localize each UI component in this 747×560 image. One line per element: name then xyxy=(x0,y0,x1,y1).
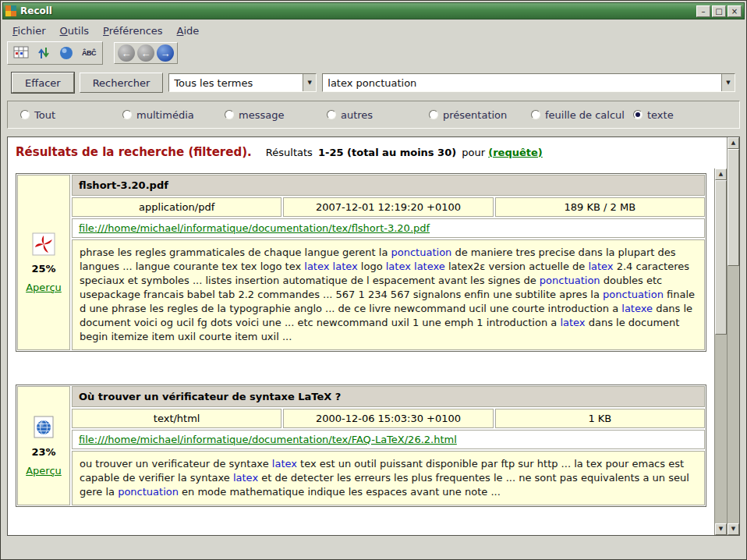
filter-label: autres xyxy=(341,109,373,121)
first-page-button[interactable]: ← xyxy=(118,44,135,62)
result-title: Où trouver un vérificateur de syntaxe La… xyxy=(72,386,705,407)
query-value: latex ponctuation xyxy=(327,77,718,89)
scroll-down-icon[interactable]: ▼ xyxy=(728,523,739,535)
result-mime: application/pdf xyxy=(72,197,281,217)
scroll-down-icon[interactable]: ▼ xyxy=(715,523,727,535)
filetype-filter-bar: Tout multimédia message autres présentat… xyxy=(7,101,740,129)
query-input[interactable]: latex ponctuation ▼ xyxy=(322,73,735,92)
term-explorer-button[interactable]: ÂBĈ xyxy=(79,44,99,62)
toolbar-nav-group: ← ← → xyxy=(114,42,178,64)
titlebar[interactable]: Recoll – □ × xyxy=(2,2,745,19)
table-eraser-icon xyxy=(13,46,29,60)
results-heading: Résultats de la recherche (filtered). xyxy=(16,145,252,159)
filter-multimedia[interactable]: multimédia xyxy=(122,109,225,121)
filter-label: présentation xyxy=(443,109,507,121)
menu-aide[interactable]: Aide xyxy=(170,23,207,39)
result-url-link[interactable]: file:///home/michael/informatique/docume… xyxy=(79,434,457,445)
filter-presentation[interactable]: présentation xyxy=(429,109,531,121)
menu-outils[interactable]: Outils xyxy=(53,23,97,39)
recoll-app-icon xyxy=(5,5,16,16)
filter-label: message xyxy=(239,109,284,121)
result-title: flshort-3.20.pdf xyxy=(72,175,705,196)
result-url-link[interactable]: file:///home/michael/informatique/docume… xyxy=(79,222,430,234)
toolbar: ÂBĈ ← ← → xyxy=(1,40,746,66)
results-list: 25% Aperçu flshort-3.20.pdf application/… xyxy=(9,168,713,533)
spellcheck-abc-icon: ÂBĈ xyxy=(82,49,96,57)
recoll-window: Recoll – □ × Fichier Outils Préférences … xyxy=(0,0,747,560)
radio-icon[interactable] xyxy=(633,110,643,119)
clear-button[interactable]: Effacer xyxy=(12,73,74,93)
filter-label: Tout xyxy=(34,109,55,121)
previous-page-button[interactable]: ← xyxy=(137,44,154,62)
scroll-up-icon[interactable]: ▲ xyxy=(728,137,739,149)
radio-icon[interactable] xyxy=(429,110,438,119)
filter-feuille-de-calcul[interactable]: feuille de calcul xyxy=(531,109,633,121)
scroll-up-icon[interactable]: ▲ xyxy=(715,168,727,180)
search-mode-value: Tous les termes xyxy=(174,77,299,89)
filter-tout[interactable]: Tout xyxy=(20,109,122,121)
radio-icon[interactable] xyxy=(531,110,540,119)
chevron-down-icon[interactable]: ▼ xyxy=(721,74,735,91)
search-button[interactable]: Rechercher xyxy=(80,73,164,93)
results-list-scrollbar[interactable]: ▲ ▼ xyxy=(714,168,727,535)
toolbar-main-group: ÂBĈ xyxy=(7,41,103,65)
filter-label: feuille de calcul xyxy=(545,109,625,121)
scrollbar-track[interactable] xyxy=(715,180,727,523)
menu-fichier[interactable]: Fichier xyxy=(5,23,53,39)
result-side-panel: 25% Aperçu xyxy=(17,175,70,350)
menu-preferences[interactable]: Préférences xyxy=(96,23,169,39)
radio-icon[interactable] xyxy=(122,110,132,119)
update-index-button[interactable] xyxy=(34,44,54,62)
preview-link[interactable]: Aperçu xyxy=(26,465,62,477)
result-snippet: phrase les regles grammaticales de chaqu… xyxy=(72,239,705,350)
filter-autres[interactable]: autres xyxy=(327,109,429,121)
relevance-percent: 23% xyxy=(31,446,55,458)
preview-link[interactable]: Aperçu xyxy=(26,282,62,293)
html-globe-icon xyxy=(32,416,55,439)
relevance-percent: 25% xyxy=(31,263,55,275)
summary-range: 1-25 (total au moins 30) xyxy=(318,147,456,158)
close-button[interactable]: × xyxy=(728,5,742,17)
next-page-button[interactable]: → xyxy=(157,44,174,62)
radio-icon[interactable] xyxy=(225,110,234,119)
result-item: 23% Aperçu Où trouver un vérificateur de… xyxy=(16,385,706,507)
scrollbar-track[interactable] xyxy=(728,149,739,523)
scrollbar-thumb[interactable] xyxy=(715,180,727,335)
result-item: 25% Aperçu flshort-3.20.pdf application/… xyxy=(16,173,706,352)
summary-pour: pour xyxy=(462,147,485,158)
results-summary: Résultats 1-25 (total au moins 30) pour … xyxy=(266,147,543,158)
result-url-row: file:///home/michael/informatique/docume… xyxy=(72,218,705,238)
result-size: 1 KB xyxy=(495,409,705,428)
summary-prefix: Résultats xyxy=(266,147,313,158)
clear-table-button[interactable] xyxy=(11,44,31,62)
search-bar: Effacer Rechercher Tous les termes ▼ lat… xyxy=(12,72,735,94)
result-side-panel: 23% Aperçu xyxy=(17,386,70,505)
result-date: 2000-12-06 15:03:30 +0100 xyxy=(283,409,493,428)
filter-label: multimédia xyxy=(136,109,194,121)
filter-message[interactable]: message xyxy=(225,109,327,121)
sort-button[interactable] xyxy=(56,44,76,62)
radio-icon[interactable] xyxy=(20,110,30,119)
results-header: Résultats de la recherche (filtered). Ré… xyxy=(8,137,727,168)
search-mode-select[interactable]: Tous les termes ▼ xyxy=(168,73,317,92)
result-url-row: file:///home/michael/informatique/docume… xyxy=(72,430,705,449)
result-snippet: ou trouver un verificateur de syntaxe la… xyxy=(72,451,705,505)
result-date: 2007-12-01 12:19:20 +0100 xyxy=(283,197,493,217)
query-link[interactable]: (requête) xyxy=(488,147,543,158)
blue-sphere-icon xyxy=(59,46,73,60)
radio-icon[interactable] xyxy=(327,110,336,119)
filter-label: texte xyxy=(647,109,674,121)
filter-texte[interactable]: texte xyxy=(633,109,735,121)
result-mime: text/html xyxy=(72,409,281,428)
chevron-down-icon[interactable]: ▼ xyxy=(303,74,316,91)
double-arrow-icon xyxy=(37,46,50,60)
scrollbar-thumb[interactable] xyxy=(728,149,739,266)
result-size: 189 KB / 2 MB xyxy=(495,197,705,217)
window-title: Recoll xyxy=(20,5,692,16)
menubar: Fichier Outils Préférences Aide xyxy=(1,19,746,40)
results-scrollbar[interactable]: ▲ ▼ xyxy=(727,137,739,535)
minimize-button[interactable]: – xyxy=(696,5,710,17)
pdf-icon xyxy=(32,232,55,256)
maximize-button[interactable]: □ xyxy=(712,5,726,17)
results-area: Résultats de la recherche (filtered). Ré… xyxy=(7,136,740,536)
